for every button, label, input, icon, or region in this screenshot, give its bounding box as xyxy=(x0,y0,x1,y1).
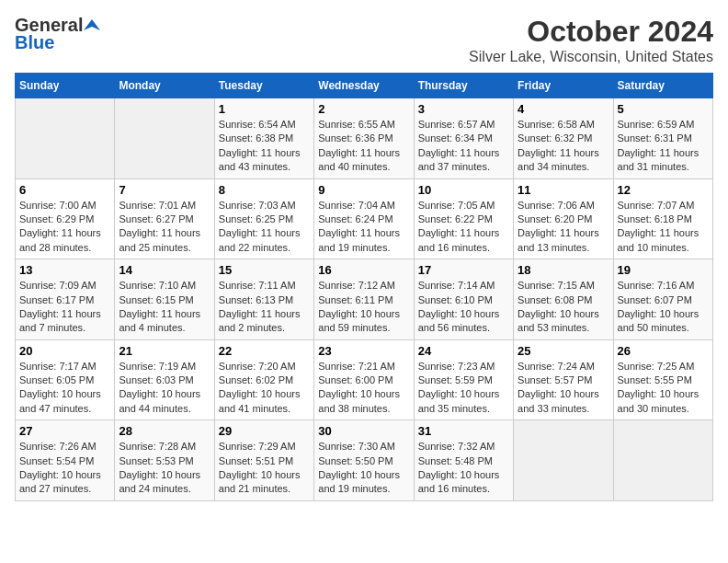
day-number: 19 xyxy=(618,263,709,277)
calendar-cell: 25Sunrise: 7:24 AM Sunset: 5:57 PM Dayli… xyxy=(514,339,613,420)
day-number: 6 xyxy=(19,183,110,197)
title-area: October 2024 Silver Lake, Wisconsin, Uni… xyxy=(469,15,713,65)
calendar-cell: 27Sunrise: 7:26 AM Sunset: 5:54 PM Dayli… xyxy=(16,420,115,501)
logo-bird-icon xyxy=(84,17,100,34)
day-number: 18 xyxy=(518,263,609,277)
header-day-wednesday: Wednesday xyxy=(314,74,414,98)
calendar-cell: 14Sunrise: 7:10 AM Sunset: 6:15 PM Dayli… xyxy=(115,259,214,340)
calendar-cell: 24Sunrise: 7:23 AM Sunset: 5:59 PM Dayli… xyxy=(414,339,513,420)
calendar-cell: 28Sunrise: 7:28 AM Sunset: 5:53 PM Dayli… xyxy=(115,420,214,501)
day-number: 26 xyxy=(618,344,709,358)
day-number: 23 xyxy=(318,344,409,358)
day-number: 2 xyxy=(318,102,409,116)
cell-content: Sunrise: 7:23 AM Sunset: 5:59 PM Dayligh… xyxy=(418,360,509,417)
cell-content: Sunrise: 7:28 AM Sunset: 5:53 PM Dayligh… xyxy=(119,440,210,497)
cell-content: Sunrise: 7:15 AM Sunset: 6:08 PM Dayligh… xyxy=(518,279,609,336)
day-number: 17 xyxy=(418,263,509,277)
header-day-thursday: Thursday xyxy=(414,74,513,98)
cell-content: Sunrise: 7:09 AM Sunset: 6:17 PM Dayligh… xyxy=(19,279,110,336)
cell-content: Sunrise: 7:26 AM Sunset: 5:54 PM Dayligh… xyxy=(19,440,110,497)
day-number: 20 xyxy=(19,344,110,358)
week-row-5: 27Sunrise: 7:26 AM Sunset: 5:54 PM Dayli… xyxy=(16,420,713,501)
calendar-cell xyxy=(613,420,712,501)
calendar-cell: 19Sunrise: 7:16 AM Sunset: 6:07 PM Dayli… xyxy=(613,259,712,340)
calendar-cell: 29Sunrise: 7:29 AM Sunset: 5:51 PM Dayli… xyxy=(214,420,313,501)
calendar-cell: 16Sunrise: 7:12 AM Sunset: 6:11 PM Dayli… xyxy=(314,259,414,340)
day-number: 22 xyxy=(219,344,310,358)
header-day-friday: Friday xyxy=(514,74,613,98)
day-number: 28 xyxy=(119,424,210,438)
cell-content: Sunrise: 7:30 AM Sunset: 5:50 PM Dayligh… xyxy=(318,440,409,497)
day-number: 7 xyxy=(119,183,210,197)
logo-blue: Blue xyxy=(15,32,54,53)
calendar-cell: 13Sunrise: 7:09 AM Sunset: 6:17 PM Dayli… xyxy=(16,259,115,340)
header-day-monday: Monday xyxy=(115,74,214,98)
cell-content: Sunrise: 7:24 AM Sunset: 5:57 PM Dayligh… xyxy=(518,360,609,417)
week-row-3: 13Sunrise: 7:09 AM Sunset: 6:17 PM Dayli… xyxy=(16,259,713,340)
cell-content: Sunrise: 7:05 AM Sunset: 6:22 PM Dayligh… xyxy=(418,199,509,256)
day-number: 5 xyxy=(618,102,709,116)
cell-content: Sunrise: 7:11 AM Sunset: 6:13 PM Dayligh… xyxy=(219,279,310,336)
day-number: 14 xyxy=(119,263,210,277)
cell-content: Sunrise: 7:01 AM Sunset: 6:27 PM Dayligh… xyxy=(119,199,210,256)
cell-content: Sunrise: 7:14 AM Sunset: 6:10 PM Dayligh… xyxy=(418,279,509,336)
calendar-cell: 15Sunrise: 7:11 AM Sunset: 6:13 PM Dayli… xyxy=(214,259,313,340)
calendar-cell: 1Sunrise: 6:54 AM Sunset: 6:38 PM Daylig… xyxy=(214,98,313,179)
cell-content: Sunrise: 6:59 AM Sunset: 6:31 PM Dayligh… xyxy=(618,118,709,175)
calendar-cell: 4Sunrise: 6:58 AM Sunset: 6:32 PM Daylig… xyxy=(514,98,613,179)
day-number: 12 xyxy=(618,183,709,197)
day-number: 9 xyxy=(318,183,409,197)
calendar-cell xyxy=(514,420,613,501)
calendar-cell xyxy=(16,98,115,179)
cell-content: Sunrise: 7:19 AM Sunset: 6:03 PM Dayligh… xyxy=(119,360,210,417)
header-day-saturday: Saturday xyxy=(613,74,712,98)
cell-content: Sunrise: 7:20 AM Sunset: 6:02 PM Dayligh… xyxy=(219,360,310,417)
calendar-cell: 31Sunrise: 7:32 AM Sunset: 5:48 PM Dayli… xyxy=(414,420,513,501)
calendar-cell: 10Sunrise: 7:05 AM Sunset: 6:22 PM Dayli… xyxy=(414,178,513,259)
day-number: 13 xyxy=(19,263,110,277)
cell-content: Sunrise: 7:03 AM Sunset: 6:25 PM Dayligh… xyxy=(219,199,310,256)
day-number: 1 xyxy=(219,102,310,116)
calendar-cell: 7Sunrise: 7:01 AM Sunset: 6:27 PM Daylig… xyxy=(115,178,214,259)
calendar-cell: 21Sunrise: 7:19 AM Sunset: 6:03 PM Dayli… xyxy=(115,339,214,420)
calendar-cell: 23Sunrise: 7:21 AM Sunset: 6:00 PM Dayli… xyxy=(314,339,414,420)
calendar-cell: 17Sunrise: 7:14 AM Sunset: 6:10 PM Dayli… xyxy=(414,259,513,340)
cell-content: Sunrise: 6:58 AM Sunset: 6:32 PM Dayligh… xyxy=(518,118,609,175)
calendar-cell: 5Sunrise: 6:59 AM Sunset: 6:31 PM Daylig… xyxy=(613,98,712,179)
day-number: 31 xyxy=(418,424,509,438)
calendar-header-row: SundayMondayTuesdayWednesdayThursdayFrid… xyxy=(16,74,713,98)
day-number: 15 xyxy=(219,263,310,277)
calendar-cell: 2Sunrise: 6:55 AM Sunset: 6:36 PM Daylig… xyxy=(314,98,414,179)
week-row-4: 20Sunrise: 7:17 AM Sunset: 6:05 PM Dayli… xyxy=(16,339,713,420)
month-title: October 2024 xyxy=(469,15,713,49)
day-number: 27 xyxy=(19,424,110,438)
calendar-cell: 6Sunrise: 7:00 AM Sunset: 6:29 PM Daylig… xyxy=(16,178,115,259)
day-number: 24 xyxy=(418,344,509,358)
cell-content: Sunrise: 7:16 AM Sunset: 6:07 PM Dayligh… xyxy=(618,279,709,336)
calendar-cell: 12Sunrise: 7:07 AM Sunset: 6:18 PM Dayli… xyxy=(613,178,712,259)
location: Silver Lake, Wisconsin, United States xyxy=(469,49,713,65)
week-row-1: 1Sunrise: 6:54 AM Sunset: 6:38 PM Daylig… xyxy=(16,98,713,179)
calendar-cell: 20Sunrise: 7:17 AM Sunset: 6:05 PM Dayli… xyxy=(16,339,115,420)
cell-content: Sunrise: 7:17 AM Sunset: 6:05 PM Dayligh… xyxy=(19,360,110,417)
day-number: 10 xyxy=(418,183,509,197)
calendar-cell: 18Sunrise: 7:15 AM Sunset: 6:08 PM Dayli… xyxy=(514,259,613,340)
week-row-2: 6Sunrise: 7:00 AM Sunset: 6:29 PM Daylig… xyxy=(16,178,713,259)
day-number: 4 xyxy=(518,102,609,116)
calendar-cell: 9Sunrise: 7:04 AM Sunset: 6:24 PM Daylig… xyxy=(314,178,414,259)
calendar-cell: 30Sunrise: 7:30 AM Sunset: 5:50 PM Dayli… xyxy=(314,420,414,501)
calendar-cell xyxy=(115,98,214,179)
cell-content: Sunrise: 7:04 AM Sunset: 6:24 PM Dayligh… xyxy=(318,199,409,256)
cell-content: Sunrise: 7:00 AM Sunset: 6:29 PM Dayligh… xyxy=(19,199,110,256)
cell-content: Sunrise: 6:55 AM Sunset: 6:36 PM Dayligh… xyxy=(318,118,409,175)
day-number: 30 xyxy=(318,424,409,438)
day-number: 16 xyxy=(318,263,409,277)
calendar-table: SundayMondayTuesdayWednesdayThursdayFrid… xyxy=(15,73,713,501)
calendar-cell: 26Sunrise: 7:25 AM Sunset: 5:55 PM Dayli… xyxy=(613,339,712,420)
calendar-cell: 8Sunrise: 7:03 AM Sunset: 6:25 PM Daylig… xyxy=(214,178,313,259)
cell-content: Sunrise: 7:06 AM Sunset: 6:20 PM Dayligh… xyxy=(518,199,609,256)
day-number: 29 xyxy=(219,424,310,438)
page-header: General Blue October 2024 Silver Lake, W… xyxy=(15,15,713,65)
cell-content: Sunrise: 6:54 AM Sunset: 6:38 PM Dayligh… xyxy=(219,118,310,175)
day-number: 21 xyxy=(119,344,210,358)
